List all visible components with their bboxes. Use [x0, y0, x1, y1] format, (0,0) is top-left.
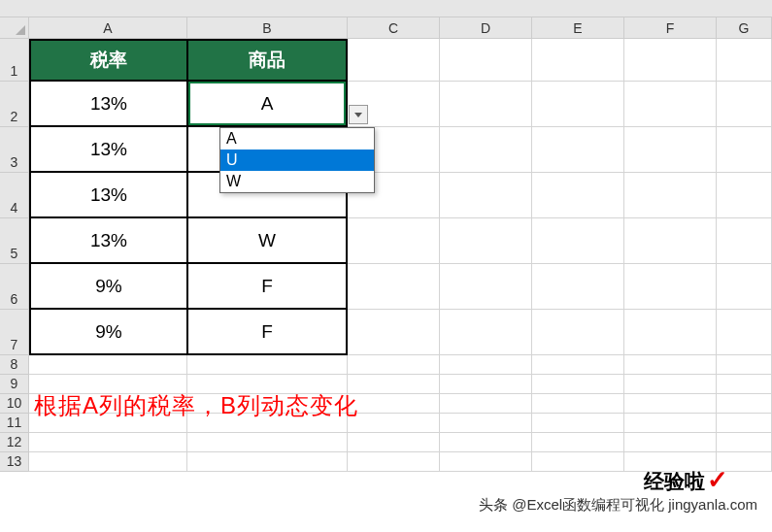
cell-D12[interactable]: [440, 433, 532, 452]
cell-C10[interactable]: [348, 394, 440, 414]
cell-G11[interactable]: [717, 414, 772, 433]
col-header-E[interactable]: E: [532, 17, 624, 39]
cell-B7[interactable]: F: [187, 310, 348, 355]
cell-G8[interactable]: [717, 355, 772, 375]
cell-D1[interactable]: [440, 39, 532, 82]
cell-D13[interactable]: [440, 452, 532, 472]
cell-G12[interactable]: [717, 433, 772, 452]
row-header-5[interactable]: 5: [0, 218, 29, 264]
cell-D2[interactable]: [440, 82, 532, 127]
cell-D10[interactable]: [440, 394, 532, 414]
cell-F9[interactable]: [624, 375, 717, 394]
cell-E6[interactable]: [532, 264, 624, 310]
cell-E3[interactable]: [532, 127, 624, 173]
dropdown-button[interactable]: [349, 105, 368, 124]
cell-G6[interactable]: [717, 264, 772, 310]
cell-E9[interactable]: [532, 375, 624, 394]
cell-F10[interactable]: [624, 394, 717, 414]
cell-B12[interactable]: [187, 433, 348, 452]
cell-F7[interactable]: [624, 310, 717, 355]
cell-G4[interactable]: [717, 173, 772, 218]
cell-E10[interactable]: [532, 394, 624, 414]
row-header-13[interactable]: 13: [0, 452, 29, 472]
cell-C7[interactable]: [348, 310, 440, 355]
cell-G10[interactable]: [717, 394, 772, 414]
cell-D3[interactable]: [440, 127, 532, 173]
cell-A12[interactable]: [29, 433, 187, 452]
col-header-C[interactable]: C: [348, 17, 440, 39]
cell-A6[interactable]: 9%: [29, 264, 187, 310]
cell-F5[interactable]: [624, 218, 717, 264]
cell-B8[interactable]: [187, 355, 348, 375]
row-header-9[interactable]: 9: [0, 375, 29, 394]
cell-B1[interactable]: 商品: [187, 39, 348, 82]
cell-D11[interactable]: [440, 414, 532, 433]
cell-E7[interactable]: [532, 310, 624, 355]
row-header-12[interactable]: 12: [0, 433, 29, 452]
cell-B5[interactable]: W: [187, 218, 348, 264]
cell-G7[interactable]: [717, 310, 772, 355]
row-header-1[interactable]: 1: [0, 39, 29, 82]
col-header-D[interactable]: D: [440, 17, 532, 39]
cell-F12[interactable]: [624, 433, 717, 452]
cell-B2-active[interactable]: A: [187, 82, 348, 127]
cell-A4[interactable]: 13%: [29, 173, 187, 218]
row-header-11[interactable]: 11: [0, 414, 29, 433]
cell-F1[interactable]: [624, 39, 717, 82]
select-all-corner[interactable]: [0, 17, 29, 39]
cell-E4[interactable]: [532, 173, 624, 218]
dropdown-list[interactable]: A U W: [219, 127, 375, 193]
cell-C13[interactable]: [348, 452, 440, 472]
row-header-6[interactable]: 6: [0, 264, 29, 310]
cell-D7[interactable]: [440, 310, 532, 355]
dropdown-option-A[interactable]: A: [220, 128, 374, 150]
col-header-G[interactable]: G: [717, 17, 772, 39]
cell-D8[interactable]: [440, 355, 532, 375]
cell-E5[interactable]: [532, 218, 624, 264]
cell-E2[interactable]: [532, 82, 624, 127]
row-header-4[interactable]: 4: [0, 173, 29, 218]
cell-D4[interactable]: [440, 173, 532, 218]
cell-C12[interactable]: [348, 433, 440, 452]
cell-F3[interactable]: [624, 127, 717, 173]
cell-G1[interactable]: [717, 39, 772, 82]
cell-A13[interactable]: [29, 452, 187, 472]
dropdown-option-W[interactable]: W: [220, 171, 374, 192]
row-header-8[interactable]: 8: [0, 355, 29, 375]
cell-A1[interactable]: 税率: [29, 39, 187, 82]
row-header-7[interactable]: 7: [0, 310, 29, 355]
cell-F8[interactable]: [624, 355, 717, 375]
cell-G3[interactable]: [717, 127, 772, 173]
cell-C5[interactable]: [348, 218, 440, 264]
cell-C9[interactable]: [348, 375, 440, 394]
cell-E13[interactable]: [532, 452, 624, 472]
cell-F11[interactable]: [624, 414, 717, 433]
row-header-3[interactable]: 3: [0, 127, 29, 173]
cell-A5[interactable]: 13%: [29, 218, 187, 264]
cell-A3[interactable]: 13%: [29, 127, 187, 173]
cell-A2[interactable]: 13%: [29, 82, 187, 127]
cell-D6[interactable]: [440, 264, 532, 310]
cell-A7[interactable]: 9%: [29, 310, 187, 355]
cell-A8[interactable]: [29, 355, 187, 375]
cell-G9[interactable]: [717, 375, 772, 394]
cell-F2[interactable]: [624, 82, 717, 127]
cell-B13[interactable]: [187, 452, 348, 472]
cell-E11[interactable]: [532, 414, 624, 433]
cell-G5[interactable]: [717, 218, 772, 264]
col-header-F[interactable]: F: [624, 17, 717, 39]
cell-D9[interactable]: [440, 375, 532, 394]
col-header-B[interactable]: B: [187, 17, 348, 39]
cell-C1[interactable]: [348, 39, 440, 82]
cell-E8[interactable]: [532, 355, 624, 375]
cell-B6[interactable]: F: [187, 264, 348, 310]
cell-G2[interactable]: [717, 82, 772, 127]
cell-C8[interactable]: [348, 355, 440, 375]
cell-E12[interactable]: [532, 433, 624, 452]
cell-D5[interactable]: [440, 218, 532, 264]
cell-F6[interactable]: [624, 264, 717, 310]
row-header-2[interactable]: 2: [0, 82, 29, 127]
row-header-10[interactable]: 10: [0, 394, 29, 414]
dropdown-option-U[interactable]: U: [220, 150, 374, 171]
col-header-A[interactable]: A: [29, 17, 187, 39]
